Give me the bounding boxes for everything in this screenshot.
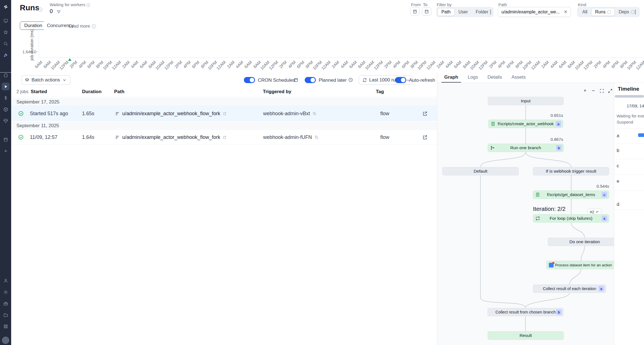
from-date-button[interactable]: [410, 7, 420, 16]
copy-icon[interactable]: [314, 135, 318, 139]
node-if-branch[interactable]: If is webhook trigger result: [533, 167, 609, 175]
col-started[interactable]: Started: [31, 89, 47, 95]
kind-option-runs[interactable]: Runs: [591, 8, 615, 16]
timeline-step-label[interactable]: b: [617, 148, 619, 153]
sidebar: [0, 0, 11, 345]
kind-option-all[interactable]: All: [578, 8, 591, 16]
copy-icon[interactable]: [313, 112, 316, 115]
tab-assets[interactable]: Assets: [509, 72, 528, 83]
auto-refresh-toggle[interactable]: [395, 77, 406, 83]
fit-view-icon[interactable]: [598, 87, 605, 94]
node-duration: 0.651s: [529, 113, 563, 118]
runs-chart: Duration Concurrency Load morei job dura…: [11, 18, 644, 72]
node-get-dataset-items[interactable]: f/scripts/get_dataset_items c: [533, 190, 609, 199]
calendar-icon[interactable]: [2, 136, 9, 143]
timeline-step-label[interactable]: d: [617, 202, 619, 207]
node-input[interactable]: Input: [488, 97, 564, 105]
col-path[interactable]: Path: [114, 89, 124, 95]
windmill-logo-icon[interactable]: [2, 3, 9, 11]
col-triggered-by[interactable]: Triggered by: [263, 89, 291, 95]
waiting-workers-label: Waiting for workers i: [50, 2, 90, 7]
node-do-one-iteration[interactable]: Do one iteration: [548, 238, 614, 246]
job-duration: 1.65s: [82, 110, 94, 116]
path-filter-input[interactable]: [498, 7, 571, 17]
open-path-icon[interactable]: [223, 112, 227, 115]
cron-schedules-toggle[interactable]: [244, 77, 255, 83]
node-create-webhook[interactable]: f/scripts/create_actor_webhook a: [488, 120, 563, 128]
table-header-divider: [11, 97, 437, 97]
schedule-calendar-icon: [294, 78, 298, 82]
node-result[interactable]: Result: [488, 331, 564, 340]
toolbox-icon[interactable]: [2, 300, 9, 307]
node-collect-iteration[interactable]: Collect result of each iteration e: [533, 284, 606, 293]
clear-path-icon[interactable]: ✕: [563, 9, 568, 14]
col-duration[interactable]: Duration: [82, 89, 102, 95]
wrench-icon[interactable]: [2, 51, 9, 59]
timeline-row-divider: [614, 129, 644, 129]
node-process-item[interactable]: Process dataset item for an action: [546, 261, 614, 269]
expand-icon[interactable]: [607, 87, 614, 94]
timeline-step-label[interactable]: e: [617, 178, 619, 184]
monitor-icon[interactable]: [2, 17, 9, 25]
dollar-icon[interactable]: [2, 94, 9, 102]
job-path[interactable]: u/admin/example_actor_webhook_flow_fork: [122, 111, 220, 117]
filter-option-path[interactable]: Path: [438, 8, 455, 16]
load-more-button[interactable]: Load morei: [69, 24, 96, 29]
timeline-step-label[interactable]: a: [617, 133, 619, 139]
user-avatar[interactable]: [2, 337, 9, 344]
x-axis-line: [39, 57, 642, 58]
timeline-scrollbar[interactable]: [615, 95, 644, 98]
tab-details[interactable]: Details: [485, 72, 505, 83]
y-axis-line: [39, 22, 39, 57]
folder-icon[interactable]: [2, 311, 9, 319]
kind-label: Kind: [578, 2, 586, 7]
run-detail-panel: Graph Logs Details Assets: [437, 72, 644, 345]
zoom-out-icon[interactable]: −: [590, 87, 597, 94]
tab-graph[interactable]: Graph: [441, 72, 461, 83]
open-run-icon[interactable]: [422, 134, 428, 140]
tab-logs[interactable]: Logs: [465, 72, 481, 83]
planned-later-toggle[interactable]: [305, 77, 316, 83]
gem-icon[interactable]: [2, 117, 9, 125]
timeline-row-divider: [614, 210, 644, 210]
package-icon[interactable]: [2, 105, 9, 113]
plus-icon[interactable]: [2, 147, 9, 155]
settings-gear-icon[interactable]: [2, 288, 9, 296]
node-collect-branch[interactable]: Collect result from chosen branch b: [487, 308, 564, 316]
user-icon[interactable]: [2, 277, 9, 284]
runs-play-icon[interactable]: [2, 83, 9, 90]
job-duration: 1.64s: [82, 134, 94, 140]
job-row[interactable]: 11/09, 12:57 1.64s u/admin/example_actor…: [11, 130, 437, 145]
job-row[interactable]: Started 517s ago 1.65s u/admin/example_a…: [11, 106, 437, 121]
cron-schedules-label: CRON Schedules: [258, 78, 295, 83]
runs-list-panel: Batch actions CRON Schedules Planned lat…: [11, 72, 437, 345]
open-run-icon[interactable]: [422, 111, 428, 116]
grid-icon[interactable]: [2, 322, 9, 330]
branch-icon: [490, 146, 495, 150]
node-badge: b: [556, 145, 562, 151]
to-date-button[interactable]: [422, 7, 431, 16]
open-path-icon[interactable]: [223, 135, 227, 139]
loop-icon: [535, 216, 540, 221]
funnel-icon[interactable]: [57, 10, 61, 14]
y-axis-tick: 1,640.0: [16, 49, 36, 54]
node-duration: 0.544s: [575, 184, 609, 189]
title-info-icon[interactable]: i: [38, 8, 42, 12]
batch-actions-button[interactable]: Batch actions: [21, 75, 70, 85]
node-default-branch[interactable]: Default: [442, 167, 519, 175]
kind-more-kebab-icon[interactable]: [632, 8, 638, 16]
search-icon[interactable]: [2, 40, 9, 47]
success-check-icon: [18, 134, 24, 140]
timeline-step-label[interactable]: c: [617, 163, 619, 169]
timeline-panel: Timeline 17/09, 14:3 Waiting for exec Su…: [614, 83, 644, 345]
star-icon[interactable]: [2, 28, 9, 36]
job-path[interactable]: u/admin/example_actor_webhook_flow_fork: [122, 134, 220, 140]
node-run-one-branch[interactable]: Run one branch b: [488, 144, 564, 152]
zoom-in-icon[interactable]: +: [581, 87, 588, 94]
col-tag[interactable]: Tag: [376, 89, 384, 95]
timeline-legend-suspend: Suspend: [617, 120, 633, 124]
filter-option-user[interactable]: User: [455, 8, 472, 16]
node-for-loop[interactable]: For loop (skip failures) e: [533, 214, 609, 223]
waiting-info-icon[interactable]: i: [86, 3, 90, 7]
filter-more-kebab-icon[interactable]: [487, 8, 494, 16]
